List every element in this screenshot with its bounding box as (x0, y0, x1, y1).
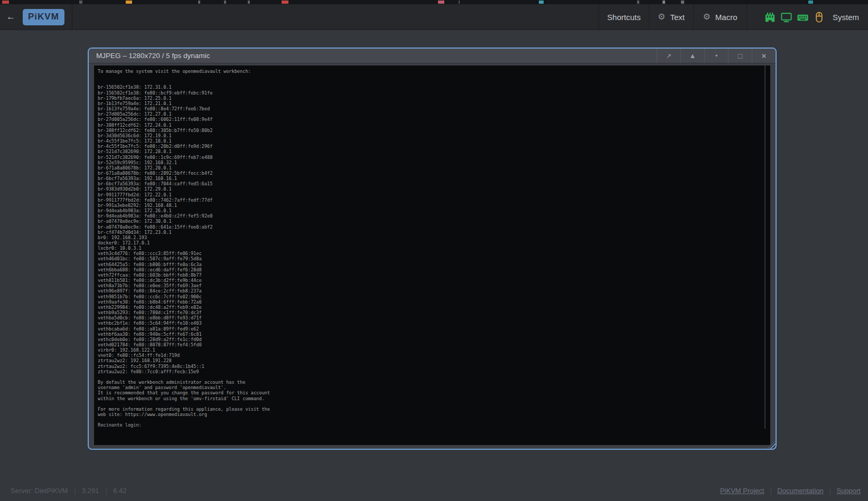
footer-separator: | (829, 487, 830, 495)
menu-macro[interactable]: ⚙ Macro (693, 4, 746, 30)
link-support[interactable]: Support (836, 487, 861, 495)
footer-bar: Server: DietPiKVM | 3.291 | 6.42 PiKVM P… (0, 482, 868, 501)
display-status-icon (780, 11, 792, 23)
favicon-mark (282, 1, 288, 4)
original-size-button[interactable]: • (704, 49, 728, 63)
ethernet-status-icon (764, 11, 776, 23)
favicon-mark (438, 1, 444, 4)
kvmd-version: 3.291 (82, 487, 99, 495)
menu-system[interactable]: System (746, 4, 868, 30)
fit-window-button[interactable]: ▲ (680, 49, 704, 63)
console-text: To manage the system visit the openmedia… (94, 65, 770, 428)
stream-window-title: MJPEG – 1280x720 / 5 fps dynamic (89, 52, 210, 60)
favicon-mark (681, 1, 684, 4)
menu-system-label: System (833, 13, 859, 22)
window-controls: ↗ ▲ • □ × (657, 49, 776, 63)
maximize-button[interactable]: □ (728, 49, 752, 63)
menu-shortcuts-label: Shortcuts (607, 13, 640, 22)
os-version: 6.42 (113, 487, 126, 495)
header-bar: ← PiKVM Shortcuts ⚙ Text ⚙ Macro (0, 4, 868, 30)
keyboard-status-icon (797, 11, 809, 23)
favicon-mark (198, 1, 200, 4)
kvm-console-screen[interactable]: To manage the system visit the openmedia… (94, 65, 770, 445)
gear-icon: ⚙ (703, 13, 710, 21)
gear-icon: ⚙ (658, 13, 665, 21)
footer-separator: | (770, 487, 771, 495)
favicon-mark (637, 1, 639, 4)
favicon-mark (2, 1, 9, 4)
favicon-mark (808, 1, 813, 4)
header-left-group: ← PiKVM (0, 4, 72, 30)
mouse-status-icon (813, 11, 825, 23)
stream-window: MJPEG – 1280x720 / 5 fps dynamic ↗ ▲ • □… (88, 48, 777, 450)
menu-text[interactable]: ⚙ Text (649, 4, 693, 30)
favicon-mark (248, 1, 250, 4)
close-button[interactable]: × (752, 49, 776, 63)
pikvm-logo[interactable]: PiKVM (23, 9, 64, 25)
resize-pointer-button[interactable]: ↗ (657, 49, 680, 63)
favicon-mark (126, 1, 132, 4)
header-spacer (72, 4, 599, 30)
menu-shortcuts[interactable]: Shortcuts (599, 4, 649, 30)
back-arrow-icon[interactable]: ← (6, 12, 15, 22)
menu-macro-label: Macro (715, 13, 738, 22)
menu-text-label: Text (670, 13, 685, 22)
server-info: Server: DietPiKVM | 3.291 | 6.42 (11, 487, 127, 495)
favicon-mark (79, 1, 82, 4)
link-documentation[interactable]: Documentation (777, 487, 823, 495)
stream-window-titlebar[interactable]: MJPEG – 1280x720 / 5 fps dynamic ↗ ▲ • □… (89, 49, 776, 63)
server-name: Server: DietPiKVM (11, 487, 68, 495)
link-pikvm-project[interactable]: PiKVM Project (720, 487, 764, 495)
favicon-mark (662, 1, 665, 4)
footer-separator: | (74, 487, 76, 495)
favicon-mark (539, 1, 544, 4)
footer-links: PiKVM Project | Documentation | Support (720, 487, 861, 495)
favicon-mark (224, 1, 226, 4)
stream-content: To manage the system visit the openmedia… (89, 64, 776, 449)
browser-tab-strip (0, 0, 868, 4)
footer-separator: | (105, 487, 107, 495)
favicon-mark (459, 1, 460, 4)
